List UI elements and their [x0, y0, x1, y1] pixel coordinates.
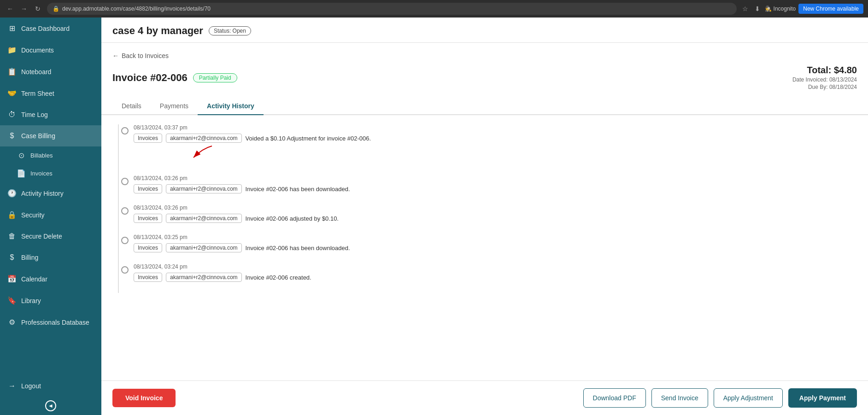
new-chrome-button[interactable]: New Chrome available: [798, 4, 863, 14]
page-title: case 4 by manager: [112, 25, 203, 37]
invoice-header: ← Back to Invoices Invoice #02-006 Parti…: [101, 43, 868, 90]
browser-nav: ← → ↻: [5, 3, 43, 14]
professionals-database-icon: ⚙: [7, 318, 17, 327]
sidebar-item-logout[interactable]: → Logout: [0, 375, 101, 397]
back-button[interactable]: ←: [5, 3, 16, 14]
annotation-arrow: [189, 144, 857, 164]
sidebar-item-secure-delete[interactable]: 🗑 Secure Delete: [0, 226, 101, 247]
noteboard-icon: 📋: [7, 67, 17, 76]
activity-row: Invoicesakarmani+r2@cinnova.comInvoice #…: [134, 243, 857, 252]
invoice-title-row: Invoice #02-006 Partially Paid Total: $4…: [112, 65, 857, 90]
footer-actions: Download PDF Send Invoice Apply Adjustme…: [583, 388, 857, 408]
sidebar-label-invoices: Invoices: [30, 170, 53, 177]
activity-item-5: 08/13/2024, 03:24 pmInvoicesakarmani+r2@…: [124, 263, 857, 293]
activity-list: 08/13/2024, 03:37 pmInvoicesakarmani+r2@…: [118, 124, 857, 293]
activity-row: Invoicesakarmani+r2@cinnova.comVoided a …: [134, 134, 857, 143]
activity-row: Invoicesakarmani+r2@cinnova.comInvoice #…: [134, 214, 857, 223]
sidebar-item-professionals-database[interactable]: ⚙ Professionals Database: [0, 311, 101, 333]
activity-email: akarmani+r2@cinnova.com: [166, 184, 242, 193]
tab-activity-history[interactable]: Activity History: [198, 98, 264, 115]
activity-row: Invoicesakarmani+r2@cinnova.comInvoice #…: [134, 273, 857, 282]
term-sheet-icon: 🤝: [7, 89, 17, 98]
case-billing-icon: $: [7, 132, 17, 140]
send-invoice-button[interactable]: Send Invoice: [651, 388, 708, 408]
back-to-invoices-link[interactable]: ← Back to Invoices: [112, 52, 857, 59]
activity-message: Invoice #02-006 adjusted by $0.10.: [246, 215, 339, 222]
sidebar-item-term-sheet[interactable]: 🤝 Term Sheet: [0, 82, 101, 104]
sidebar-item-activity-history[interactable]: 🕐 Activity History: [0, 182, 101, 204]
incognito-indicator: 🕵 Incognito: [765, 6, 796, 12]
url-bar[interactable]: 🔒 dev.app.adrnotable.com/case/4882/billi…: [47, 3, 737, 15]
sidebar-label-noteboard: Noteboard: [21, 68, 51, 76]
status-badge: Status: Open: [209, 26, 251, 35]
activity-history-icon: 🕐: [7, 189, 17, 198]
invoice-totals: Total: $4.80 Date Invoiced: 08/13/2024 D…: [792, 65, 857, 90]
sidebar-label-case-dashboard: Case Dashboard: [21, 25, 70, 32]
activity-message: Invoice #02-006 has been downloaded.: [246, 186, 350, 193]
void-invoice-button[interactable]: Void Invoice: [112, 389, 176, 407]
download-pdf-button[interactable]: Download PDF: [583, 388, 646, 408]
payment-status-badge: Partially Paid: [193, 73, 237, 82]
tab-payments[interactable]: Payments: [151, 98, 198, 115]
bookmark-button[interactable]: ☆: [740, 3, 750, 14]
activity-message: Invoice #02-006 has been downloaded.: [246, 245, 350, 251]
content-area: 08/13/2024, 03:37 pmInvoicesakarmani+r2@…: [101, 115, 868, 380]
invoice-number: Invoice #02-006: [112, 72, 188, 84]
activity-timestamp: 08/13/2024, 03:24 pm: [134, 263, 857, 270]
sidebar-item-billables[interactable]: ⊙ Billables: [0, 146, 101, 164]
sidebar-label-documents: Documents: [21, 47, 54, 54]
activity-timestamp: 08/13/2024, 03:25 pm: [134, 234, 857, 240]
sidebar-label-secure-delete: Secure Delete: [21, 233, 62, 240]
sidebar-item-calendar[interactable]: 📅 Calendar: [0, 268, 101, 290]
activity-item-3: 08/13/2024, 03:26 pmInvoicesakarmani+r2@…: [124, 205, 857, 234]
main-content: case 4 by manager Status: Open ← Back to…: [101, 18, 868, 415]
sidebar: ⊞ Case Dashboard 📁 Documents 📋 Noteboard…: [0, 18, 101, 415]
apply-payment-button[interactable]: Apply Payment: [788, 388, 857, 408]
sidebar-item-time-log[interactable]: ⏱ Time Log: [0, 104, 101, 125]
sidebar-item-documents[interactable]: 📁 Documents: [0, 39, 101, 61]
activity-email: akarmani+r2@cinnova.com: [166, 214, 242, 223]
activity-item-1: 08/13/2024, 03:37 pmInvoicesakarmani+r2@…: [124, 124, 857, 175]
activity-item-4: 08/13/2024, 03:25 pmInvoicesakarmani+r2@…: [124, 234, 857, 263]
activity-tag: Invoices: [134, 243, 162, 252]
sidebar-item-case-billing[interactable]: $ Case Billing: [0, 125, 101, 146]
browser-chrome: ← → ↻ 🔒 dev.app.adrnotable.com/case/4882…: [0, 0, 868, 18]
tab-bar: Details Payments Activity History: [101, 98, 868, 115]
billing-icon: $: [7, 253, 17, 262]
activity-timestamp: 08/13/2024, 03:26 pm: [134, 175, 857, 181]
activity-timestamp: 08/13/2024, 03:37 pm: [134, 124, 857, 131]
reload-button[interactable]: ↻: [32, 3, 43, 14]
activity-email: akarmani+r2@cinnova.com: [166, 134, 242, 143]
sidebar-collapse-button[interactable]: ◄: [45, 400, 56, 411]
invoices-icon: 📄: [17, 169, 26, 178]
sidebar-label-billing: Billing: [21, 254, 38, 261]
apply-adjustment-button[interactable]: Apply Adjustment: [714, 388, 783, 408]
download-button[interactable]: ⬇: [753, 3, 762, 14]
page-title-row: case 4 by manager Status: Open: [112, 25, 857, 37]
back-link-text: Back to Invoices: [122, 52, 169, 59]
activity-message: Voided a $0.10 Adjustment for invoice #0…: [246, 135, 371, 142]
sidebar-label-term-sheet: Term Sheet: [21, 90, 54, 97]
sidebar-item-billing[interactable]: $ Billing: [0, 247, 101, 268]
library-icon: 🔖: [7, 296, 17, 305]
time-log-icon: ⏱: [7, 111, 17, 119]
activity-email: akarmani+r2@cinnova.com: [166, 243, 242, 252]
sidebar-item-case-dashboard[interactable]: ⊞ Case Dashboard: [0, 18, 101, 39]
logout-icon: →: [7, 382, 17, 390]
url-text: dev.app.adrnotable.com/case/4882/billing…: [62, 6, 211, 12]
invoice-title-left: Invoice #02-006 Partially Paid: [112, 72, 237, 84]
activity-tag: Invoices: [134, 134, 162, 143]
invoice-total: Total: $4.80: [792, 65, 857, 76]
activity-item-2: 08/13/2024, 03:26 pmInvoicesakarmani+r2@…: [124, 175, 857, 205]
page-footer: Void Invoice Download PDF Send Invoice A…: [101, 380, 868, 415]
sidebar-item-invoices[interactable]: 📄 Invoices: [0, 164, 101, 182]
tab-details[interactable]: Details: [112, 98, 151, 115]
sidebar-item-library[interactable]: 🔖 Library: [0, 290, 101, 311]
documents-icon: 📁: [7, 46, 17, 54]
forward-button[interactable]: →: [18, 3, 29, 14]
activity-tag: Invoices: [134, 214, 162, 223]
sidebar-label-professionals-database: Professionals Database: [21, 319, 89, 326]
sidebar-item-noteboard[interactable]: 📋 Noteboard: [0, 61, 101, 82]
billables-icon: ⊙: [17, 151, 26, 160]
sidebar-item-security[interactable]: 🔒 Security: [0, 204, 101, 226]
